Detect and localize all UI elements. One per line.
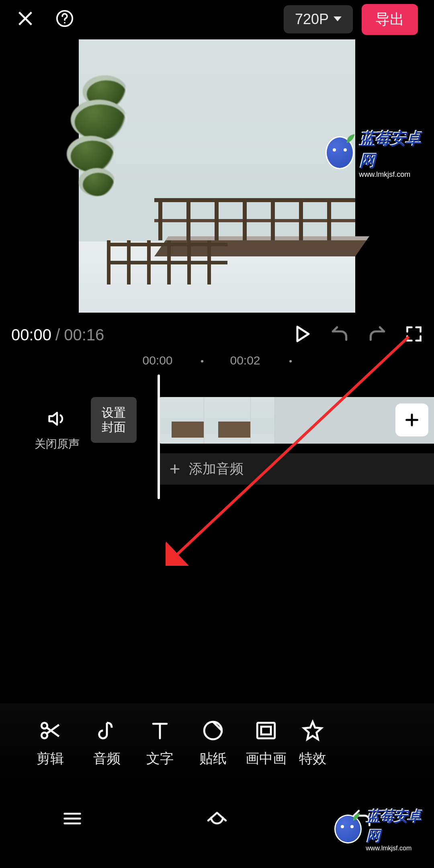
current-time: 00:00: [11, 326, 51, 344]
help-button[interactable]: [55, 9, 74, 29]
svg-point-1: [64, 22, 66, 24]
star-icon: [301, 719, 324, 742]
music-note-icon: [95, 719, 119, 742]
plus-icon: [169, 463, 181, 475]
watermark-logo-bottom: 蓝莓安卓网 www.lmkjsf.com: [334, 813, 431, 845]
nav-home-button[interactable]: [203, 807, 231, 832]
ruler-tick-0: 00:00: [142, 354, 172, 367]
fullscreen-button[interactable]: [405, 325, 423, 344]
tool-edit[interactable]: 剪辑: [20, 719, 80, 768]
redo-button[interactable]: [367, 324, 387, 346]
playhead[interactable]: [158, 375, 160, 499]
resolution-value: 720P: [295, 11, 329, 28]
total-time: 00:16: [64, 326, 104, 344]
add-audio-button[interactable]: 添加音频: [158, 453, 434, 485]
scissors-icon: [39, 719, 62, 742]
tool-text[interactable]: 文字: [133, 719, 186, 768]
tool-sticker[interactable]: 贴纸: [186, 719, 240, 768]
close-button[interactable]: [16, 9, 35, 29]
sticker-icon: [201, 719, 225, 742]
svg-rect-6: [257, 723, 275, 739]
tool-audio[interactable]: 音频: [80, 719, 133, 768]
ruler-dot: [289, 360, 292, 362]
speaker-icon: [47, 408, 68, 429]
ruler-tick-1: 00:02: [230, 354, 260, 367]
undo-button[interactable]: [330, 324, 350, 346]
add-clip-button[interactable]: [395, 403, 428, 436]
svg-rect-7: [261, 727, 271, 734]
tool-pip[interactable]: 画中画: [240, 719, 293, 768]
mute-label: 关闭原声: [29, 436, 85, 452]
watermark-logo: 蓝莓安卓网 www.lmkjsf.com: [326, 135, 425, 170]
timeline-ruler[interactable]: 00:00 00:02: [0, 354, 434, 375]
tool-effects[interactable]: 特效: [293, 719, 333, 768]
nav-menu-button[interactable]: [58, 807, 86, 832]
mute-original-button[interactable]: 关闭原声: [29, 408, 85, 452]
video-clip[interactable]: [158, 397, 434, 444]
svg-point-3: [41, 723, 47, 729]
time-separator: /: [51, 326, 64, 344]
set-cover-button[interactable]: 设置 封面: [91, 397, 137, 443]
svg-point-4: [41, 733, 47, 739]
text-icon: [148, 719, 172, 742]
add-audio-label: 添加音频: [189, 460, 244, 478]
resolution-selector[interactable]: 720P: [284, 5, 353, 33]
pip-icon: [254, 719, 278, 742]
video-preview[interactable]: [79, 39, 355, 313]
export-button[interactable]: 导出: [362, 4, 418, 35]
play-button[interactable]: [293, 324, 312, 345]
chevron-down-icon: [334, 16, 342, 22]
ruler-dot: [201, 360, 203, 362]
